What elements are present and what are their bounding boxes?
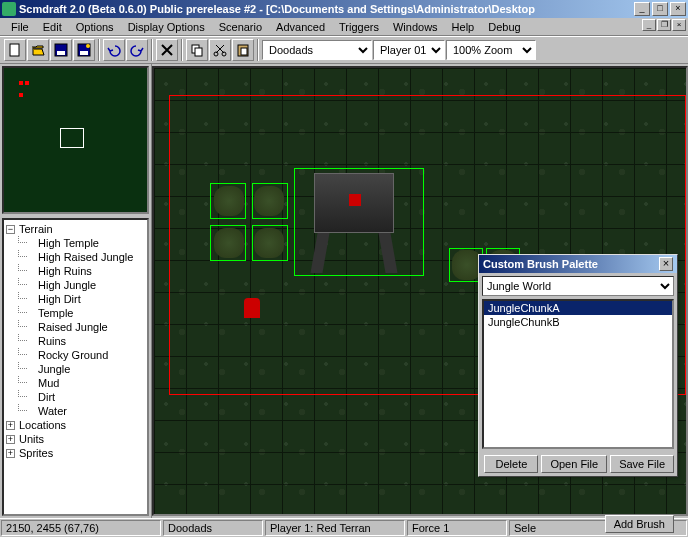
brush-item[interactable]: JungleChunkA [484, 301, 672, 315]
menu-display-options[interactable]: Display Options [121, 19, 212, 35]
brush-palette[interactable]: Custom Brush Palette × Jungle World Jung… [478, 254, 678, 477]
tree-root-locations[interactable]: +Locations [6, 418, 145, 432]
menu-help[interactable]: Help [445, 19, 482, 35]
menu-windows[interactable]: Windows [386, 19, 445, 35]
mdi-restore-button[interactable]: ❐ [657, 19, 671, 31]
tree-item[interactable]: High Jungle [6, 278, 145, 292]
save-button[interactable] [50, 39, 72, 61]
save-as-button[interactable] [73, 39, 95, 61]
cut-button[interactable] [209, 39, 231, 61]
svg-rect-7 [195, 48, 202, 56]
unit-goliath[interactable] [294, 163, 414, 273]
tree-item[interactable]: Water [6, 404, 145, 418]
svg-rect-0 [10, 44, 19, 56]
menu-file[interactable]: File [4, 19, 36, 35]
minimize-button[interactable]: _ [634, 2, 650, 16]
open-button[interactable] [27, 39, 49, 61]
svg-rect-4 [80, 51, 88, 55]
mdi-close-button[interactable]: × [672, 19, 686, 31]
brush-list[interactable]: JungleChunkA JungleChunkB [482, 299, 674, 449]
tree-item[interactable]: Jungle [6, 362, 145, 376]
unit-scv[interactable] [244, 298, 264, 326]
mdi-minimize-button[interactable]: _ [642, 19, 656, 31]
tree-root-sprites[interactable]: +Sprites [6, 446, 145, 460]
player-select[interactable]: Player 01 [373, 40, 445, 60]
menu-debug[interactable]: Debug [481, 19, 527, 35]
tree-item[interactable]: High Temple [6, 236, 145, 250]
delete-button[interactable] [156, 39, 178, 61]
redo-button[interactable] [126, 39, 148, 61]
title-bar: Scmdraft 2.0 (Beta 0.6.0) Public prerele… [0, 0, 688, 18]
tree-root-units[interactable]: +Units [6, 432, 145, 446]
undo-button[interactable] [103, 39, 125, 61]
tileset-select[interactable]: Jungle World [482, 276, 674, 296]
tree-item[interactable]: Dirt [6, 390, 145, 404]
tree-item[interactable]: Temple [6, 306, 145, 320]
palette-close-button[interactable]: × [659, 257, 673, 271]
copy-button[interactable] [186, 39, 208, 61]
layer-select[interactable]: Doodads [262, 40, 372, 60]
menu-triggers[interactable]: Triggers [332, 19, 386, 35]
status-player: Player 1: Red Terran [265, 520, 405, 536]
svg-point-5 [86, 44, 90, 48]
paste-button[interactable] [232, 39, 254, 61]
close-button[interactable]: × [670, 2, 686, 16]
maximize-button[interactable]: □ [652, 2, 668, 16]
toolbar: Doodads Player 01 100% Zoom [0, 36, 688, 64]
zoom-select[interactable]: 100% Zoom [446, 40, 536, 60]
tree-item[interactable]: High Dirt [6, 292, 145, 306]
status-layer: Doodads [163, 520, 263, 536]
window-title: Scmdraft 2.0 (Beta 0.6.0) Public prerele… [19, 3, 634, 15]
minimap-viewport[interactable] [60, 128, 84, 148]
status-force: Force 1 [407, 520, 507, 536]
menu-bar: File Edit Options Display Options Scenar… [0, 18, 688, 36]
add-brush-button[interactable]: Add Brush [605, 515, 674, 533]
tree-root-terrain[interactable]: −Terrain [6, 222, 145, 236]
save-file-button[interactable]: Save File [610, 455, 674, 473]
menu-options[interactable]: Options [69, 19, 121, 35]
terrain-tree[interactable]: −Terrain High Temple High Raised Jungle … [2, 218, 149, 516]
tree-item[interactable]: High Raised Jungle [6, 250, 145, 264]
tree-item[interactable]: High Ruins [6, 264, 145, 278]
new-button[interactable] [4, 39, 26, 61]
tree-item[interactable]: Mud [6, 376, 145, 390]
menu-edit[interactable]: Edit [36, 19, 69, 35]
menu-advanced[interactable]: Advanced [269, 19, 332, 35]
status-bar: 2150, 2455 (67,76) Doodads Player 1: Red… [0, 518, 688, 537]
minimap[interactable] [2, 66, 149, 214]
svg-rect-2 [57, 51, 65, 55]
palette-titlebar[interactable]: Custom Brush Palette × [479, 255, 677, 273]
delete-brush-button[interactable]: Delete [484, 455, 538, 473]
app-icon [2, 2, 16, 16]
status-coords: 2150, 2455 (67,76) [1, 520, 161, 536]
brush-item[interactable]: JungleChunkB [484, 315, 672, 329]
tree-item[interactable]: Rocky Ground [6, 348, 145, 362]
tree-item[interactable]: Ruins [6, 334, 145, 348]
svg-rect-11 [241, 48, 247, 55]
tree-item[interactable]: Raised Jungle [6, 320, 145, 334]
open-file-button[interactable]: Open File [541, 455, 607, 473]
menu-scenario[interactable]: Scenario [212, 19, 269, 35]
left-panel: −Terrain High Temple High Raised Jungle … [0, 64, 152, 518]
